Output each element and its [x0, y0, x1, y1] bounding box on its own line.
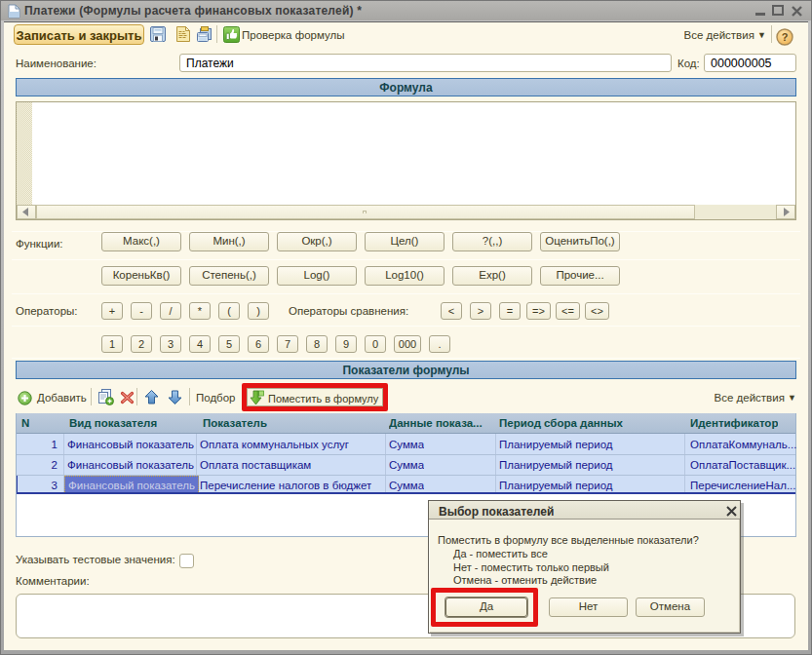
- svg-text:?: ?: [782, 31, 789, 43]
